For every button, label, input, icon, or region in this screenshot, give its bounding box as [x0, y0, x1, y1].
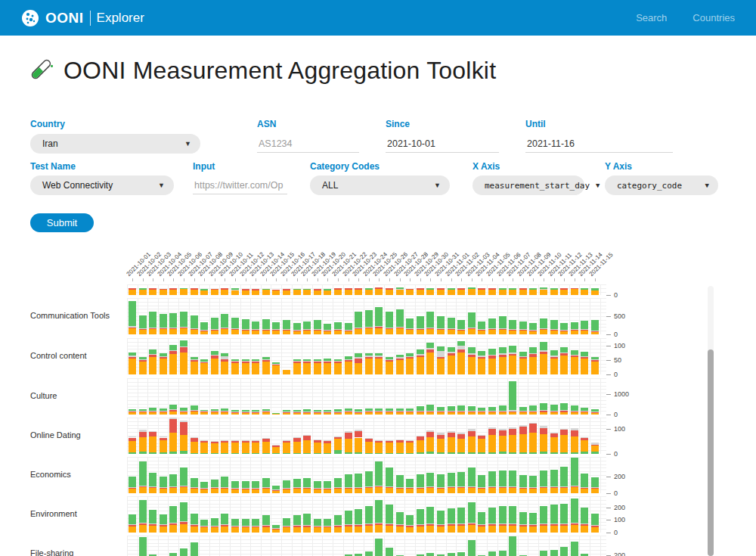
- bar-segment-o[interactable]: [375, 500, 383, 523]
- bar-segment-a[interactable]: [211, 443, 218, 453]
- bar-segment-o[interactable]: [478, 452, 485, 454]
- bar-segment-o[interactable]: [191, 542, 198, 556]
- bar-segment-c[interactable]: [509, 354, 516, 356]
- bar-segment-c[interactable]: [334, 362, 342, 363]
- bar-segment-a[interactable]: [180, 412, 187, 415]
- bar-segment-c[interactable]: [129, 328, 136, 328]
- bar-segment-o[interactable]: [221, 408, 228, 411]
- bar-segment-f[interactable]: [550, 486, 558, 487]
- bar-segment-a[interactable]: [488, 412, 496, 415]
- bar-segment-a[interactable]: [417, 330, 424, 334]
- bar-segment-a[interactable]: [252, 489, 259, 493]
- bar-segment-o[interactable]: [231, 410, 239, 412]
- bar-segment-f[interactable]: [509, 427, 516, 429]
- bar-segment-c[interactable]: [334, 488, 342, 489]
- bar-segment-c[interactable]: [272, 290, 280, 291]
- bar-segment-o[interactable]: [426, 312, 434, 328]
- bar-segment-o[interactable]: [448, 553, 455, 556]
- bar-segment-a[interactable]: [417, 412, 424, 415]
- bar-segment-o[interactable]: [468, 287, 476, 289]
- bar-segment-c[interactable]: [303, 436, 311, 440]
- bar-segment-c[interactable]: [262, 526, 270, 526]
- bar-segment-f[interactable]: [417, 487, 424, 488]
- bar-segment-o[interactable]: [160, 353, 167, 356]
- bar-segment-c[interactable]: [242, 330, 249, 331]
- bar-segment-o[interactable]: [417, 406, 424, 410]
- bar-segment-o[interactable]: [571, 452, 578, 454]
- bar-segment-a[interactable]: [426, 290, 434, 295]
- bar-segment-o[interactable]: [272, 322, 280, 330]
- bar-segment-c[interactable]: [426, 328, 434, 329]
- bar-segment-a[interactable]: [591, 527, 599, 533]
- bar-segment-f[interactable]: [200, 411, 208, 412]
- bar-segment-o[interactable]: [406, 353, 414, 356]
- bar-segment-o[interactable]: [252, 519, 259, 526]
- bar-segment-o[interactable]: [160, 314, 167, 328]
- chart-scrollbar-thumb[interactable]: [708, 349, 714, 556]
- bar-segment-c[interactable]: [540, 524, 547, 526]
- bar-segment-a[interactable]: [191, 330, 198, 334]
- bar-segment-o[interactable]: [191, 315, 198, 328]
- bar-segment-o[interactable]: [169, 405, 177, 409]
- bar-segment-o[interactable]: [283, 453, 290, 454]
- bar-segment-a[interactable]: [200, 443, 208, 452]
- bar-segment-a[interactable]: [560, 435, 568, 452]
- bar-segment-o[interactable]: [529, 323, 537, 330]
- bar-segment-f[interactable]: [160, 524, 167, 525]
- bar-segment-f[interactable]: [129, 411, 136, 412]
- bar-segment-o[interactable]: [211, 318, 218, 328]
- bar-segment-o[interactable]: [211, 351, 218, 355]
- bar-segment-o[interactable]: [169, 553, 177, 556]
- bar-segment-c[interactable]: [540, 487, 547, 488]
- bar-segment-a[interactable]: [303, 440, 311, 453]
- bar-segment-f[interactable]: [581, 437, 588, 438]
- bar-segment-c[interactable]: [180, 422, 187, 435]
- bar-segment-c[interactable]: [139, 360, 147, 362]
- bar-segment-c[interactable]: [314, 289, 321, 290]
- bar-segment-o[interactable]: [540, 551, 547, 556]
- bar-segment-o[interactable]: [529, 476, 537, 487]
- bar-segment-c[interactable]: [293, 526, 301, 526]
- bar-segment-o[interactable]: [231, 481, 239, 488]
- bar-segment-c[interactable]: [591, 488, 599, 489]
- bar-segment-a[interactable]: [160, 412, 167, 415]
- bar-segment-o[interactable]: [129, 353, 136, 356]
- bar-segment-a[interactable]: [283, 489, 290, 493]
- bar-segment-a[interactable]: [211, 331, 218, 334]
- bar-segment-o[interactable]: [386, 312, 393, 328]
- bar-segment-a[interactable]: [519, 412, 527, 415]
- bar-segment-c[interactable]: [375, 486, 383, 487]
- bar-segment-c[interactable]: [242, 289, 249, 290]
- bar-segment-a[interactable]: [139, 487, 147, 493]
- bar-segment-c[interactable]: [499, 329, 507, 330]
- bar-segment-a[interactable]: [406, 359, 414, 374]
- bar-segment-o[interactable]: [139, 461, 147, 486]
- bar-segment-f[interactable]: [406, 487, 414, 488]
- bar-segment-a[interactable]: [437, 526, 445, 533]
- bar-segment-o[interactable]: [540, 342, 547, 351]
- bar-segment-o[interactable]: [406, 479, 414, 487]
- bar-segment-a[interactable]: [499, 290, 507, 295]
- bar-segment-o[interactable]: [417, 316, 424, 328]
- bar-segment-o[interactable]: [355, 474, 362, 487]
- bar-segment-a[interactable]: [468, 525, 476, 533]
- bar-segment-a[interactable]: [293, 442, 301, 453]
- bar-segment-c[interactable]: [488, 524, 496, 526]
- bar-segment-o[interactable]: [571, 405, 578, 411]
- bar-segment-c[interactable]: [406, 412, 414, 412]
- bar-segment-o[interactable]: [386, 453, 393, 454]
- bar-segment-a[interactable]: [581, 526, 588, 533]
- bar-segment-a[interactable]: [406, 443, 414, 452]
- input-field[interactable]: [193, 176, 287, 194]
- bar-segment-a[interactable]: [375, 525, 383, 533]
- bar-segment-o[interactable]: [540, 452, 547, 454]
- bar-segment-c[interactable]: [139, 486, 147, 487]
- bar-segment-c[interactable]: [499, 355, 507, 357]
- bar-segment-f[interactable]: [457, 329, 465, 330]
- bar-segment-c[interactable]: [417, 329, 424, 330]
- submit-button[interactable]: Submit: [30, 213, 94, 232]
- bar-segment-f[interactable]: [345, 411, 352, 412]
- bar-segment-f[interactable]: [386, 486, 393, 487]
- bar-segment-o[interactable]: [406, 318, 414, 328]
- bar-segment-f[interactable]: [488, 427, 496, 429]
